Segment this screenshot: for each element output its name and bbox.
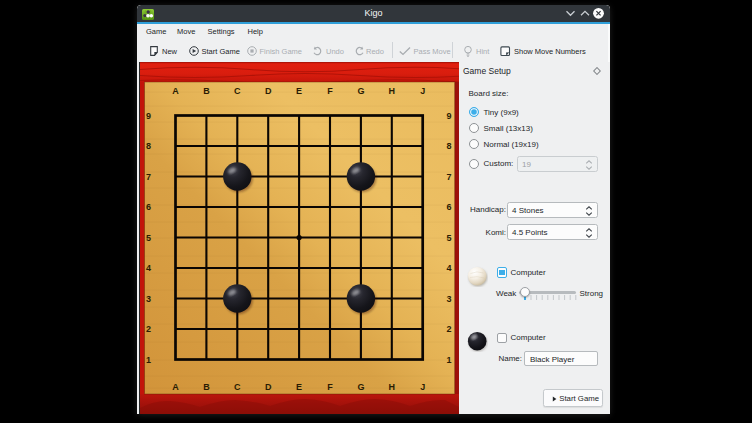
svg-text:8: 8 [446, 141, 451, 151]
svg-text:7: 7 [446, 171, 451, 181]
svg-text:H: H [389, 381, 396, 391]
svg-text:A: A [172, 85, 179, 95]
svg-text:2: 2 [446, 324, 451, 334]
svg-text:F: F [327, 85, 333, 95]
svg-text:6: 6 [446, 202, 451, 212]
svg-text:J: J [420, 85, 425, 95]
svg-text:1: 1 [446, 354, 451, 364]
svg-text:G: G [357, 85, 364, 95]
svg-text:1: 1 [146, 354, 151, 364]
svg-text:A: A [172, 381, 179, 391]
svg-text:3: 3 [446, 293, 451, 303]
svg-text:3: 3 [146, 293, 151, 303]
svg-text:E: E [296, 85, 302, 95]
svg-text:5: 5 [146, 232, 151, 242]
svg-text:4: 4 [146, 263, 151, 273]
svg-text:H: H [389, 85, 396, 95]
svg-text:F: F [327, 381, 333, 391]
svg-text:6: 6 [146, 202, 151, 212]
svg-text:J: J [420, 381, 425, 391]
svg-text:4: 4 [446, 263, 451, 273]
svg-text:2: 2 [146, 324, 151, 334]
svg-text:9: 9 [446, 110, 451, 120]
svg-text:C: C [234, 85, 241, 95]
svg-text:D: D [265, 85, 272, 95]
svg-text:C: C [234, 381, 241, 391]
svg-text:9: 9 [146, 110, 151, 120]
svg-text:D: D [265, 381, 272, 391]
svg-text:5: 5 [446, 232, 451, 242]
svg-text:E: E [296, 381, 302, 391]
svg-text:B: B [203, 85, 210, 95]
svg-text:8: 8 [146, 141, 151, 151]
svg-text:G: G [357, 381, 364, 391]
svg-text:7: 7 [146, 171, 151, 181]
svg-text:B: B [203, 381, 210, 391]
